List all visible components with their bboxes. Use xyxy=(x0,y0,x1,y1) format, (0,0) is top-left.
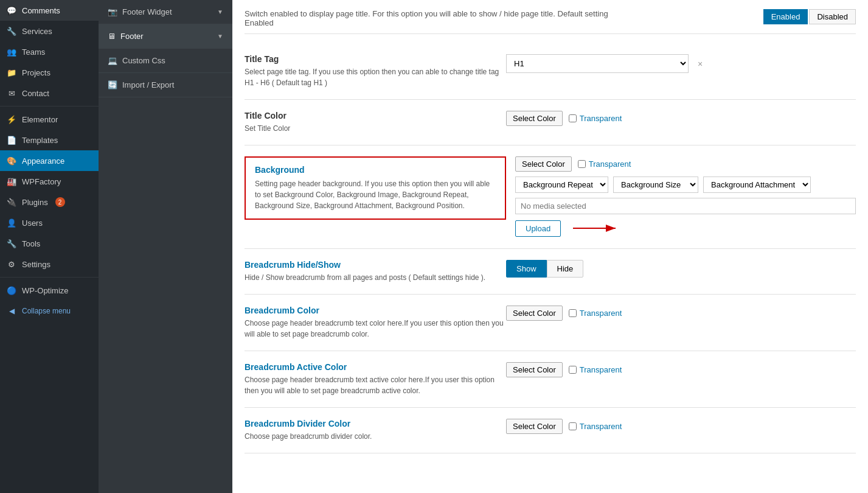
breadcrumb-active-btn[interactable]: Select Color xyxy=(506,362,563,377)
background-label: Background xyxy=(255,165,496,175)
title-color-transparent-checkbox[interactable] xyxy=(569,114,577,122)
title-tag-label: Title Tag xyxy=(245,54,506,64)
elementor-icon: ⚡ xyxy=(6,114,17,125)
chevron-down-icon-2: ▼ xyxy=(217,33,223,40)
title-tag-desc: Select page title tag. If you use this o… xyxy=(245,66,506,88)
sidebar-item-users[interactable]: 👤 Users xyxy=(0,212,99,233)
sub-sidebar-footer[interactable]: 🖥 Footer ▼ xyxy=(99,24,232,49)
bg-media-input[interactable] xyxy=(515,198,856,214)
sub-sidebar-footer-widget[interactable]: 📷 Footer Widget ▼ xyxy=(99,0,232,24)
breadcrumb-hs-label-col: Breadcrumb Hide/Show Hide / Show breadcr… xyxy=(245,260,506,283)
sidebar-label-plugins: Plugins xyxy=(22,198,48,207)
breadcrumb-active-label: Breadcrumb Active Color xyxy=(245,362,506,372)
btn-disabled[interactable]: Disabled xyxy=(809,9,856,24)
sub-sidebar-import-export[interactable]: 🔄 Import / Export xyxy=(99,73,232,97)
background-desc: Setting page header background. If you u… xyxy=(255,178,496,211)
tools-icon: 🔧 xyxy=(6,238,17,249)
teams-icon: 👥 xyxy=(6,46,17,57)
settings-icon: ⚙ xyxy=(6,259,17,270)
users-icon: 👤 xyxy=(6,217,17,228)
sidebar-item-elementor[interactable]: ⚡ Elementor xyxy=(0,109,99,130)
footer-widget-icon: 📷 xyxy=(108,7,117,16)
breadcrumb-divider-transparent-label[interactable]: Transparent xyxy=(569,422,622,431)
sub-sidebar-label-footer: Footer xyxy=(120,32,144,41)
background-label-col: Background Setting page header backgroun… xyxy=(245,156,506,220)
bg-size-select[interactable]: Background Size xyxy=(613,177,698,193)
bg-transparent-checkbox[interactable] xyxy=(578,160,586,168)
sub-sidebar-left-import-export: 🔄 Import / Export xyxy=(108,80,174,89)
sidebar-label-appearance: Appearance xyxy=(22,156,64,166)
import-export-icon: 🔄 xyxy=(108,80,117,89)
chevron-down-icon: ▼ xyxy=(217,9,223,15)
sidebar-item-settings[interactable]: ⚙ Settings xyxy=(0,254,99,274)
sub-sidebar-label-footer-widget: Footer Widget xyxy=(122,7,172,16)
sidebar-item-comments[interactable]: 💬 Comments xyxy=(0,0,99,21)
sidebar-item-tools[interactable]: 🔧 Tools xyxy=(0,233,99,254)
bg-repeat-select[interactable]: Background Repeat xyxy=(515,177,608,193)
title-color-label-col: Title Color Set Title Color xyxy=(245,111,506,134)
title-tag-label-col: Title Tag Select page title tag. If you … xyxy=(245,54,506,88)
sub-sidebar-label-import-export: Import / Export xyxy=(122,80,174,89)
sidebar-item-wpfactory[interactable]: 🏭 WPFactory xyxy=(0,171,99,192)
breadcrumb-active-transparent-text: Transparent xyxy=(580,365,622,374)
sidebar-item-services[interactable]: 🔧 Services xyxy=(0,21,99,41)
sidebar-label-projects: Projects xyxy=(22,68,50,77)
breadcrumb-color-label-col: Breadcrumb Color Choose page header brea… xyxy=(245,306,506,340)
sidebar-item-appearance[interactable]: 🎨 Appearance xyxy=(0,150,99,171)
sidebar-collapse-btn[interactable]: ◀ Collapse menu xyxy=(0,301,99,321)
breadcrumb-active-desc: Choose page header breadcrumb text activ… xyxy=(245,374,506,396)
sidebar-item-wp-optimize[interactable]: 🔵 WP-Optimize xyxy=(0,280,99,301)
comments-icon: 💬 xyxy=(6,5,17,16)
breadcrumb-divider-transparent-checkbox[interactable] xyxy=(569,422,577,430)
breadcrumb-divider-btn[interactable]: Select Color xyxy=(506,419,563,434)
main-content: Switch enabled to display page title. Fo… xyxy=(232,0,868,493)
breadcrumb-color-transparent-label[interactable]: Transparent xyxy=(569,309,622,318)
breadcrumb-color-transparent-checkbox[interactable] xyxy=(569,309,577,317)
breadcrumb-divider-desc: Choose page breadcrumb divider color. xyxy=(245,431,506,442)
btn-show[interactable]: Show xyxy=(506,260,547,278)
sub-sidebar-left-custom-css: 💻 Custom Css xyxy=(108,56,165,65)
bg-transparent-label[interactable]: Transparent xyxy=(578,159,631,169)
title-color-transparent-label[interactable]: Transparent xyxy=(569,114,622,123)
breadcrumb-active-transparent-checkbox[interactable] xyxy=(569,366,577,374)
bg-attachment-select[interactable]: Background Attachment xyxy=(703,177,811,193)
sidebar-item-templates[interactable]: 📄 Templates xyxy=(0,130,99,150)
sub-sidebar-left-footer-widget: 📷 Footer Widget xyxy=(108,7,172,16)
sidebar-label-elementor: Elementor xyxy=(22,115,58,124)
sidebar-label-wpfactory: WPFactory xyxy=(22,177,61,186)
title-color-control: Select Color Transparent xyxy=(506,111,856,126)
sidebar-label-comments: Comments xyxy=(22,6,60,15)
breadcrumb-divider-label-col: Breadcrumb Divider Color Choose page bre… xyxy=(245,419,506,442)
title-tag-clear-icon[interactable]: × xyxy=(698,59,703,69)
breadcrumb-color-transparent-text: Transparent xyxy=(580,309,622,318)
btn-hide[interactable]: Hide xyxy=(547,260,584,278)
sub-sidebar-custom-css[interactable]: 💻 Custom Css xyxy=(99,49,232,73)
wp-optimize-icon: 🔵 xyxy=(6,285,17,296)
btn-enabled[interactable]: Enabled xyxy=(763,9,808,24)
show-hide-group: Show Hide xyxy=(506,260,583,278)
enabled-disabled-toggle: Enabled Disabled xyxy=(763,9,856,24)
breadcrumb-color-btn[interactable]: Select Color xyxy=(506,306,563,321)
title-color-desc: Set Title Color xyxy=(245,123,506,134)
sidebar-item-plugins[interactable]: 🔌 Plugins 2 xyxy=(0,192,99,212)
footer-icon: 🖥 xyxy=(108,32,116,41)
upload-btn[interactable]: Upload xyxy=(515,220,561,237)
breadcrumb-divider-transparent-text: Transparent xyxy=(580,422,622,431)
sidebar-item-projects[interactable]: 📁 Projects xyxy=(0,62,99,83)
sidebar-label-contact: Contact xyxy=(22,89,49,98)
title-tag-control: H1 H2 H3 H4 H5 H6 × xyxy=(506,54,856,73)
bg-color-btn[interactable]: Select Color xyxy=(515,156,572,172)
sidebar-divider-2 xyxy=(0,277,99,278)
sidebar-item-teams[interactable]: 👥 Teams xyxy=(0,41,99,62)
sidebar-label-users: Users xyxy=(22,219,43,228)
title-color-label: Title Color xyxy=(245,111,506,121)
breadcrumb-hs-label: Breadcrumb Hide/Show xyxy=(245,260,506,270)
title-color-btn[interactable]: Select Color xyxy=(506,111,563,126)
breadcrumb-active-transparent-label[interactable]: Transparent xyxy=(569,365,622,374)
breadcrumb-active-color-row: Breadcrumb Active Color Choose page head… xyxy=(245,351,856,408)
contact-icon: ✉ xyxy=(6,88,17,99)
sidebar-item-contact[interactable]: ✉ Contact xyxy=(0,83,99,103)
title-color-transparent-text: Transparent xyxy=(580,114,622,123)
bg-color-row: Select Color Transparent xyxy=(515,156,856,172)
title-tag-select[interactable]: H1 H2 H3 H4 H5 H6 xyxy=(506,54,689,73)
